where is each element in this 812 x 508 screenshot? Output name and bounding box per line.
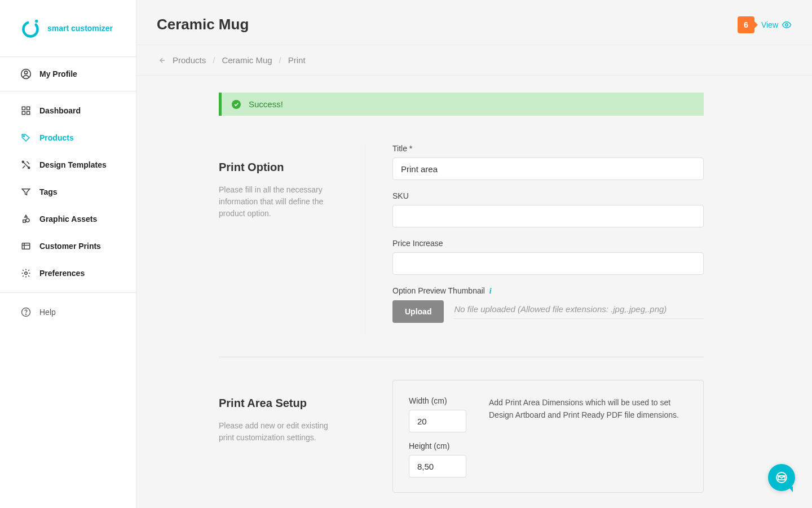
info-icon[interactable]: i <box>489 287 492 295</box>
title-label: Title * <box>392 144 704 153</box>
breadcrumb-product-name[interactable]: Ceramic Mug <box>222 55 272 65</box>
mail-icon <box>775 471 788 484</box>
section-heading-print-area: Print Area Setup <box>219 397 343 410</box>
svg-rect-7 <box>27 112 30 115</box>
upload-hint: No file uploaded (Allowed file extension… <box>454 304 704 319</box>
svg-point-1 <box>35 20 38 23</box>
nav-help[interactable]: Help <box>0 299 136 326</box>
nav-design-templates[interactable]: Design Templates <box>0 151 136 178</box>
dashboard-icon <box>20 105 32 116</box>
assets-icon <box>20 213 32 225</box>
nav-label: Customer Prints <box>39 242 101 251</box>
svg-rect-6 <box>22 112 25 115</box>
help-icon <box>20 306 32 318</box>
section-heading-print-option: Print Option <box>219 161 342 174</box>
page-title: Ceramic Mug <box>157 16 249 33</box>
tag-icon <box>20 132 32 143</box>
view-label: View <box>761 20 778 29</box>
breadcrumb-separator: / <box>279 55 281 65</box>
brand[interactable]: smart customizer <box>0 0 136 57</box>
nav-my-profile[interactable]: My Profile <box>0 57 136 91</box>
svg-rect-4 <box>22 107 25 110</box>
width-label: Width (cm) <box>409 396 466 405</box>
nav-label: Graphic Assets <box>39 214 97 224</box>
alert-message: Success! <box>249 99 283 109</box>
divider <box>219 357 704 357</box>
breadcrumb-current: Print <box>288 55 306 65</box>
svg-point-15 <box>785 23 788 26</box>
brand-name: smart customizer <box>47 24 113 33</box>
nav-graphic-assets[interactable]: Graphic Assets <box>0 205 136 233</box>
price-increase-input[interactable] <box>392 252 704 275</box>
nav-label: My Profile <box>39 69 77 78</box>
svg-point-14 <box>25 314 26 314</box>
success-alert: Success! <box>219 93 704 116</box>
svg-point-12 <box>25 272 28 275</box>
eye-icon <box>782 20 792 30</box>
user-icon <box>20 68 32 80</box>
nav-tags[interactable]: Tags <box>0 178 136 205</box>
section-description: Please fill in all the necessary informa… <box>219 184 342 220</box>
breadcrumb-products[interactable]: Products <box>173 55 206 65</box>
view-link[interactable]: View <box>761 20 792 30</box>
nav-products[interactable]: Products <box>0 124 136 151</box>
print-area-box: Width (cm) Height (cm) Add Print Area Di… <box>392 380 704 493</box>
height-label: Height (cm) <box>409 441 466 450</box>
prints-icon <box>20 240 32 252</box>
breadcrumb-separator: / <box>213 55 215 65</box>
section-description: Please add new or edit existing print cu… <box>219 420 343 444</box>
nav-dashboard[interactable]: Dashboard <box>0 97 136 124</box>
back-arrow-icon[interactable] <box>157 56 166 65</box>
price-label: Price Increase <box>392 239 704 248</box>
check-icon <box>232 100 241 109</box>
svg-rect-11 <box>22 243 30 249</box>
brand-logo-icon <box>20 18 41 38</box>
title-input[interactable] <box>392 157 704 180</box>
sku-input[interactable] <box>392 205 704 227</box>
print-area-hint: Add Print Area Dimensions which will be … <box>489 396 687 487</box>
chat-fab[interactable] <box>768 464 795 491</box>
filter-icon <box>20 186 32 198</box>
sku-label: SKU <box>392 191 704 200</box>
sidebar: smart customizer My Profile <box>0 0 136 508</box>
thumbnail-label: Option Preview Thumbnail i <box>392 286 704 296</box>
nav-label: Dashboard <box>39 106 81 115</box>
notification-badge[interactable]: 6 <box>738 16 754 33</box>
svg-point-3 <box>24 71 27 74</box>
svg-rect-5 <box>27 107 30 110</box>
nav-label: Help <box>39 308 56 317</box>
templates-icon <box>20 159 32 170</box>
nav-preferences[interactable]: Preferences <box>0 260 136 287</box>
width-input[interactable] <box>409 410 466 432</box>
nav-customer-prints[interactable]: Customer Prints <box>0 233 136 260</box>
height-input[interactable] <box>409 455 466 478</box>
nav-label: Preferences <box>39 269 85 278</box>
nav-label: Products <box>39 133 74 142</box>
nav-label: Tags <box>39 187 58 196</box>
gear-icon <box>20 268 32 279</box>
upload-button[interactable]: Upload <box>392 300 444 323</box>
svg-point-8 <box>23 135 24 137</box>
topbar: Ceramic Mug 6 View <box>136 0 812 45</box>
breadcrumb: Products / Ceramic Mug / Print <box>136 45 812 76</box>
nav-label: Design Templates <box>39 160 107 169</box>
